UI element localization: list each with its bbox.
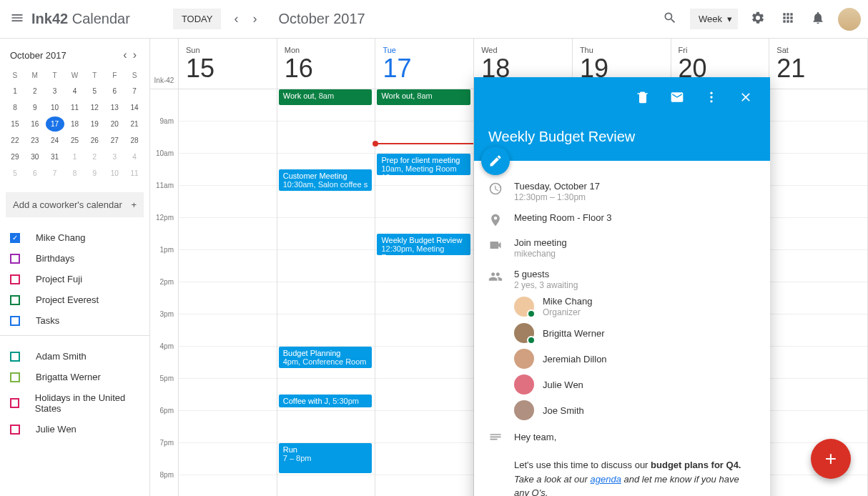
mini-day[interactable]: 26: [85, 133, 104, 148]
apps-icon[interactable]: [778, 8, 798, 31]
mini-day[interactable]: 29: [6, 149, 24, 164]
calendar-event[interactable]: Prep for client meeting10am, Meeting Roo…: [377, 154, 470, 175]
view-selector[interactable]: Week ▾: [690, 9, 738, 29]
mini-day[interactable]: 11: [125, 166, 144, 181]
notifications-icon[interactable]: [808, 8, 828, 31]
edit-event-button[interactable]: [481, 147, 510, 175]
mini-day[interactable]: 1: [66, 149, 84, 164]
guest-row[interactable]: Mike ChangOrganizer: [514, 296, 756, 317]
mini-day[interactable]: 30: [26, 149, 44, 164]
calendar-checkbox[interactable]: [10, 274, 20, 284]
calendar-event[interactable]: Run7 – 8pm: [279, 443, 373, 473]
calendar-event[interactable]: Work out, 8am: [279, 89, 373, 105]
guest-row[interactable]: Brigitta Werner: [514, 323, 756, 343]
day-column[interactable]: [769, 89, 868, 496]
calendar-item[interactable]: Julie Wen: [6, 419, 144, 440]
mini-day[interactable]: 16: [26, 116, 44, 132]
mini-day[interactable]: 10: [46, 100, 64, 115]
mini-day[interactable]: 5: [85, 84, 104, 99]
agenda-link[interactable]: agenda: [590, 474, 621, 485]
calendar-event[interactable]: Budget Planning4pm, Conference Room: [279, 347, 373, 368]
mini-next-month[interactable]: ›: [130, 49, 139, 61]
mini-day[interactable]: 20: [105, 116, 124, 132]
mini-day[interactable]: 11: [66, 100, 84, 115]
day-column[interactable]: Work out, 8amPrep for client meeting10am…: [375, 89, 474, 496]
day-column[interactable]: [179, 89, 277, 496]
mini-day[interactable]: 10: [105, 166, 124, 181]
mini-day[interactable]: 8: [6, 100, 24, 115]
hamburger-menu-icon[interactable]: [7, 8, 27, 31]
calendar-event[interactable]: Work out, 8am: [377, 89, 470, 105]
calendar-checkbox[interactable]: [10, 425, 20, 435]
add-icon[interactable]: +: [131, 199, 137, 210]
mini-day[interactable]: 7: [125, 84, 144, 99]
mini-day[interactable]: 2: [85, 149, 104, 164]
close-popup-icon[interactable]: [736, 87, 756, 110]
day-header[interactable]: Mon16: [277, 39, 376, 89]
search-icon[interactable]: [660, 8, 680, 31]
mini-day[interactable]: 8: [66, 166, 84, 181]
mini-day[interactable]: 3: [46, 84, 64, 99]
create-event-fab[interactable]: +: [811, 439, 851, 479]
calendar-item[interactable]: Mike Chang: [6, 227, 144, 248]
today-button[interactable]: TODAY: [173, 9, 222, 29]
day-header[interactable]: Sat21: [769, 39, 868, 89]
day-column[interactable]: Work out, 8amCustomer Meeting10:30am, Sa…: [277, 89, 376, 496]
more-options-icon[interactable]: [701, 87, 721, 110]
mini-day[interactable]: 3: [105, 149, 124, 164]
mini-day[interactable]: 17: [46, 116, 64, 132]
mini-day[interactable]: 6: [105, 84, 124, 99]
calendar-checkbox[interactable]: [10, 316, 20, 326]
calendar-checkbox[interactable]: [10, 295, 20, 305]
email-guests-icon[interactable]: [667, 87, 687, 110]
mini-day[interactable]: 23: [26, 133, 44, 148]
mini-day[interactable]: 27: [105, 133, 124, 148]
calendar-item[interactable]: Brigatta Werner: [6, 367, 144, 387]
calendar-checkbox[interactable]: [10, 372, 20, 382]
mini-day[interactable]: 14: [125, 100, 144, 115]
calendar-item[interactable]: Project Everest: [6, 289, 144, 310]
guest-row[interactable]: Jeremiah Dillon: [514, 349, 756, 369]
calendar-checkbox[interactable]: [10, 254, 20, 264]
next-week-button[interactable]: ›: [245, 7, 264, 31]
mini-day[interactable]: 15: [6, 116, 24, 132]
mini-day[interactable]: 12: [85, 100, 104, 115]
mini-day[interactable]: 4: [66, 84, 84, 99]
calendar-item[interactable]: Birthdays: [6, 248, 144, 269]
calendar-item[interactable]: Project Fuji: [6, 269, 144, 289]
mini-day[interactable]: 25: [66, 133, 84, 148]
calendar-event[interactable]: Coffee with J, 5:30pm: [279, 395, 373, 407]
calendar-checkbox[interactable]: [10, 398, 19, 408]
mini-day[interactable]: 19: [85, 116, 104, 132]
calendar-checkbox[interactable]: [10, 233, 20, 243]
day-header[interactable]: Sun15: [179, 39, 277, 89]
mini-day[interactable]: 31: [46, 149, 64, 164]
add-coworker-input[interactable]: Add a coworker's calendar +: [6, 192, 144, 217]
mini-day[interactable]: 22: [6, 133, 24, 148]
mini-day[interactable]: 18: [66, 116, 84, 132]
mini-prev-month[interactable]: ‹: [120, 49, 129, 61]
mini-day[interactable]: 1: [6, 84, 24, 99]
mini-day[interactable]: 2: [26, 84, 44, 99]
guest-row[interactable]: Julie Wen: [514, 375, 756, 395]
calendar-item[interactable]: Adam Smith: [6, 346, 144, 367]
mini-day[interactable]: 5: [6, 166, 24, 181]
calendar-event[interactable]: Customer Meeting10:30am, Salon coffee s: [279, 169, 373, 191]
calendar-item[interactable]: Tasks: [6, 310, 144, 331]
mini-day[interactable]: 13: [105, 100, 124, 115]
settings-icon[interactable]: [748, 8, 768, 31]
delete-event-icon[interactable]: [633, 87, 653, 110]
mini-day[interactable]: 7: [46, 166, 64, 181]
prev-week-button[interactable]: ‹: [227, 7, 245, 31]
calendar-checkbox[interactable]: [10, 352, 20, 362]
mini-day[interactable]: 4: [125, 149, 144, 164]
mini-day[interactable]: 9: [85, 166, 104, 181]
calendar-item[interactable]: Holidays in the United States: [6, 387, 144, 419]
mini-day[interactable]: 21: [125, 116, 144, 132]
join-meeting-link[interactable]: Join meeting: [514, 237, 756, 248]
mini-day[interactable]: 24: [46, 133, 64, 148]
day-header[interactable]: Tue17: [375, 39, 474, 89]
calendar-event[interactable]: Weekly Budget Review12:30pm, Meeting Roo…: [377, 234, 470, 255]
mini-day[interactable]: 28: [125, 133, 144, 148]
mini-day[interactable]: 6: [26, 166, 44, 181]
